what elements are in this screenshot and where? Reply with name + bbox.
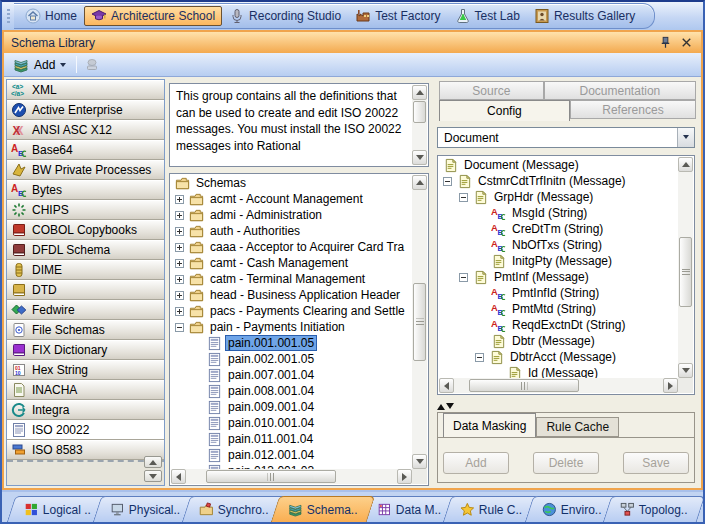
sidebar-item-cobol-copybooks[interactable]: COBOL Copybooks	[7, 220, 164, 240]
tree-item[interactable]: Document (Message)	[439, 157, 678, 173]
sidebar-item-bw-private-processes[interactable]: BW Private Processes	[7, 160, 164, 180]
tree-item[interactable]: InitgPty (Message)	[439, 253, 678, 269]
tree-item[interactable]: ABPmtInfId (String)	[439, 285, 678, 301]
top-tab-results-gallery[interactable]: Results Gallery	[527, 6, 642, 26]
splitter-handle[interactable]	[437, 399, 454, 410]
expander-plus-icon[interactable]	[175, 275, 184, 284]
delete-button[interactable]: Delete	[533, 452, 599, 474]
expander-minus-icon[interactable]	[443, 177, 452, 186]
expander-plus-icon[interactable]	[175, 259, 184, 268]
add-button[interactable]: Add	[10, 56, 69, 74]
close-icon[interactable]	[679, 35, 694, 50]
top-tab-recording-studio[interactable]: Recording Studio	[222, 6, 348, 26]
bottom-tab-schema-[interactable]: Schema..	[271, 496, 375, 522]
tree-item[interactable]: ABMsgId (String)	[439, 205, 678, 221]
dropdown-arrow-icon[interactable]	[677, 128, 694, 147]
sidebar-item-fedwire[interactable]: Fedwire	[7, 300, 164, 320]
tree-item[interactable]: pacs - Payments Clearing and Settle	[171, 303, 412, 319]
tree-item[interactable]: Id (Message)	[439, 365, 678, 378]
tree-item[interactable]: pain.007.001.04	[171, 367, 412, 383]
sidebar-scroll-down-button[interactable]	[144, 470, 162, 482]
right-tab-documentation[interactable]: Documentation	[544, 81, 696, 100]
tree-item[interactable]: CstmrCdtTrfInitn (Message)	[439, 173, 678, 189]
tree-item[interactable]: pain - Payments Initiation	[171, 319, 412, 335]
tree-item[interactable]: pain.010.001.04	[171, 415, 412, 431]
sidebar-scroll-up-button[interactable]	[144, 456, 162, 468]
expander-plus-icon[interactable]	[175, 211, 184, 220]
tree-item[interactable]: admi - Administration	[171, 207, 412, 223]
tree-item[interactable]: ABPmtMtd (String)	[439, 301, 678, 317]
schema-tree-vscrollbar[interactable]	[412, 175, 427, 469]
lower-tab-rule-cache[interactable]: Rule Cache	[536, 417, 619, 437]
tree-item[interactable]: pain.012.001.04	[171, 447, 412, 463]
splitter-down-icon[interactable]	[446, 403, 454, 413]
tree-item[interactable]: ABCreDtTm (String)	[439, 221, 678, 237]
expander-plus-icon[interactable]	[175, 307, 184, 316]
sidebar-item-active-enterprise[interactable]: Active Enterprise	[7, 100, 164, 120]
tree-item[interactable]: ABNbOfTxs (String)	[439, 237, 678, 253]
tree-item[interactable]: camt - Cash Management	[171, 255, 412, 271]
right-tab-source[interactable]: Source	[439, 81, 544, 100]
tree-item[interactable]: auth - Authorities	[171, 223, 412, 239]
pin-icon[interactable]	[658, 35, 673, 50]
top-tab-test-factory[interactable]: Test Factory	[348, 6, 447, 26]
right-tab-config[interactable]: Config	[439, 100, 570, 121]
stamp-icon[interactable]	[84, 57, 100, 73]
top-tab-home[interactable]: Home	[18, 6, 84, 26]
top-tab-test-lab[interactable]: Test Lab	[448, 6, 527, 26]
tree-item[interactable]: pain.009.001.04	[171, 399, 412, 415]
lower-tab-data-masking[interactable]: Data Masking	[443, 413, 536, 437]
expander-minus-icon[interactable]	[459, 193, 468, 202]
add-dropdown-arrow-icon[interactable]	[60, 63, 66, 70]
add-button[interactable]: Add	[443, 452, 509, 474]
expander-plus-icon[interactable]	[175, 227, 184, 236]
tree-item[interactable]: acmt - Account Management	[171, 191, 412, 207]
sidebar-item-integra[interactable]: Integra	[7, 400, 164, 420]
top-tab-architecture-school[interactable]: Architecture School	[84, 6, 222, 26]
sidebar-item-ansi-asc-x12[interactable]: XXANSI ASC X12	[7, 120, 164, 140]
sidebar-item-hex-string[interactable]: 0110Hex String	[7, 360, 164, 380]
sidebar-item-fix-dictionary[interactable]: FIX Dictionary	[7, 340, 164, 360]
tree-item[interactable]: pain.001.001.05	[171, 335, 412, 351]
tree-item[interactable]: pain.011.001.04	[171, 431, 412, 447]
sidebar-item-chips[interactable]: CHIPS	[7, 200, 164, 220]
tree-item[interactable]: PmtInf (Message)	[439, 269, 678, 285]
expander-plus-icon[interactable]	[175, 243, 184, 252]
tree-item[interactable]: Dbtr (Message)	[439, 333, 678, 349]
schema-tree-hscrollbar[interactable]	[171, 469, 412, 484]
tree-item[interactable]: DbtrAcct (Message)	[439, 349, 678, 365]
splitter-up-icon[interactable]	[437, 400, 445, 410]
description-scrollbar[interactable]	[412, 85, 427, 165]
config-tree-vscrollbar[interactable]	[678, 157, 693, 378]
tree-item[interactable]: pain.008.001.04	[171, 383, 412, 399]
sidebar-item-iso-20022[interactable]: ISO 20022	[7, 420, 164, 440]
sidebar-item-bytes[interactable]: ABBytes	[7, 180, 164, 200]
tree-item[interactable]: Schemas	[171, 175, 412, 191]
tree-item[interactable]: head - Business Application Header	[171, 287, 412, 303]
config-tree-hscrollbar[interactable]	[439, 378, 678, 393]
bottom-tab-synchro-[interactable]: Synchro..	[182, 496, 286, 522]
expander-minus-icon[interactable]	[175, 323, 184, 332]
sidebar-item-file-schemas[interactable]: File Schemas	[7, 320, 164, 340]
right-tab-references[interactable]: References	[570, 100, 696, 119]
sidebar-item-dtd[interactable]: DTD	[7, 280, 164, 300]
sidebar-item-iso-8583[interactable]: ISO 8583	[7, 440, 164, 460]
sidebar-item-base64[interactable]: ABBase64	[7, 140, 164, 160]
tree-item[interactable]: GrpHdr (Message)	[439, 189, 678, 205]
toolbar-grip[interactable]	[7, 9, 10, 24]
sidebar-item-xml[interactable]: <a></a>XML	[7, 80, 164, 100]
tree-item[interactable]: catm - Terminal Management	[171, 271, 412, 287]
bottom-tab-topolog-[interactable]: Topolog..	[603, 496, 703, 522]
sidebar-item-dime[interactable]: DIME	[7, 260, 164, 280]
sidebar-item-inacha[interactable]: INACHA	[7, 380, 164, 400]
expander-plus-icon[interactable]	[175, 291, 184, 300]
expander-plus-icon[interactable]	[175, 195, 184, 204]
save-button[interactable]: Save	[623, 452, 689, 474]
expander-minus-icon[interactable]	[459, 273, 468, 282]
tree-item[interactable]: caaa - Acceptor to Acquirer Card Tra	[171, 239, 412, 255]
tree-item[interactable]: pain.002.001.05	[171, 351, 412, 367]
tree-item[interactable]: ABReqdExctnDt (String)	[439, 317, 678, 333]
sidebar-item-dfdl-schema[interactable]: DFDL Schema	[7, 240, 164, 260]
document-dropdown[interactable]: Document	[437, 127, 695, 148]
expander-minus-icon[interactable]	[475, 353, 484, 362]
